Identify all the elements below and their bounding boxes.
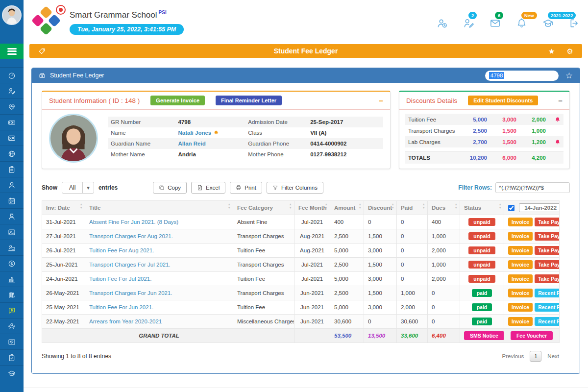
user-avatar[interactable] bbox=[2, 5, 22, 25]
column-header[interactable]: Fee Month▲▼ bbox=[294, 201, 330, 215]
page-number-button[interactable]: 1 bbox=[530, 351, 541, 362]
sidebar-item[interactable] bbox=[0, 98, 24, 114]
header-icon-button[interactable] bbox=[569, 18, 580, 31]
column-header[interactable]: Fee Category▲▼ bbox=[233, 201, 294, 215]
sort-icon[interactable]: ▲▼ bbox=[422, 203, 425, 209]
collapse-button[interactable]: − bbox=[379, 97, 383, 104]
table-tool-button[interactable]: Print bbox=[230, 182, 262, 194]
sort-icon[interactable]: ▲▼ bbox=[80, 203, 83, 209]
payment-button[interactable]: Take Payment bbox=[535, 274, 559, 283]
header-icon-button[interactable]: 2 bbox=[463, 18, 474, 31]
invoice-button[interactable]: Invoice bbox=[508, 303, 533, 312]
sidebar-item[interactable] bbox=[0, 334, 24, 349]
sort-icon[interactable]: ▲▼ bbox=[359, 203, 362, 209]
fee-title-link[interactable]: Transport Charges For Aug 2021. bbox=[89, 233, 173, 239]
sidebar-item[interactable] bbox=[0, 161, 24, 177]
menu-toggle-button[interactable] bbox=[0, 44, 24, 59]
sidebar-item[interactable] bbox=[0, 67, 24, 83]
collapse-button[interactable]: − bbox=[558, 97, 563, 104]
invoice-button[interactable]: Invoice bbox=[508, 274, 533, 283]
header-icon-button[interactable]: 2021-2022 bbox=[542, 18, 554, 31]
sidebar-item[interactable] bbox=[0, 271, 24, 287]
sidebar-item[interactable] bbox=[0, 365, 24, 381]
generate-invoice-button[interactable]: Generate Invoice bbox=[150, 96, 205, 105]
sidebar-item[interactable] bbox=[0, 193, 24, 208]
star-outline-icon[interactable]: ☆ bbox=[565, 72, 573, 80]
filter-rows-input[interactable] bbox=[495, 182, 570, 193]
payment-button[interactable]: Recent Payment bbox=[535, 317, 559, 326]
fee-title-link[interactable]: Arrears from Year 2020-2021 bbox=[89, 318, 162, 324]
school-logo[interactable] bbox=[31, 6, 63, 37]
header-icon-button[interactable]: 6 bbox=[490, 18, 501, 31]
invoice-button[interactable]: Invoice bbox=[508, 317, 533, 326]
sort-icon[interactable]: ▲▼ bbox=[228, 203, 231, 209]
sidebar-item[interactable] bbox=[0, 287, 24, 302]
field-value[interactable]: Andria bbox=[178, 151, 248, 157]
payment-button[interactable]: Recent Payment bbox=[535, 303, 559, 312]
sidebar-item[interactable] bbox=[0, 349, 24, 365]
invoice-button[interactable]: Invoice bbox=[508, 246, 533, 255]
fee-title-link[interactable]: Transport Charges For Jun 2021. bbox=[89, 290, 172, 296]
invoice-button[interactable]: Invoice bbox=[508, 232, 533, 241]
page-size-select[interactable]: All ▾ bbox=[62, 182, 94, 194]
payment-button[interactable]: Take Payment bbox=[535, 246, 559, 255]
sidebar-item[interactable] bbox=[0, 130, 24, 146]
fee-title-link[interactable]: Tuition Fee For Aug 2021. bbox=[89, 247, 154, 253]
date-filter-input[interactable]: 14-Jan-2022 bbox=[519, 203, 559, 212]
sidebar-item[interactable] bbox=[0, 114, 24, 130]
sidebar-item[interactable] bbox=[0, 83, 24, 98]
sort-icon[interactable]: ▲▼ bbox=[289, 203, 292, 209]
bell-solid-icon[interactable] bbox=[546, 139, 561, 145]
previous-page-button[interactable]: Previous bbox=[502, 353, 524, 359]
sort-icon[interactable]: ▲▼ bbox=[499, 203, 502, 209]
sidebar-item[interactable] bbox=[0, 224, 24, 240]
panel-search-input[interactable]: 4798 bbox=[485, 71, 559, 81]
fee-title-link[interactable]: Tuition Fee For Jun 2021. bbox=[89, 304, 153, 310]
column-header[interactable]: Inv: Date▲▼ bbox=[42, 201, 85, 215]
column-header[interactable]: Amount▲▼ bbox=[330, 201, 364, 215]
table-tool-button[interactable]: Filter Columns bbox=[267, 182, 323, 194]
column-header[interactable]: Title▲▼ bbox=[85, 201, 233, 215]
sidebar-item[interactable] bbox=[0, 208, 24, 224]
next-page-button[interactable]: Next bbox=[547, 353, 559, 359]
column-header[interactable]: Paid▲▼ bbox=[397, 201, 428, 215]
fee-title-link[interactable]: Absent Fine For Jun 2021. (8 Days) bbox=[89, 219, 178, 225]
gear-icon[interactable]: ⚙ bbox=[567, 48, 573, 55]
invoice-button[interactable]: Invoice bbox=[508, 289, 533, 297]
edit-discounts-button[interactable]: Edit Student Discounts bbox=[468, 96, 538, 105]
page-title: Student Fee Ledger bbox=[29, 47, 582, 55]
fee-title-link[interactable]: Tuition Fee For Jul 2021. bbox=[89, 276, 151, 282]
header-icon-button[interactable]: New bbox=[516, 18, 527, 31]
invoice-button[interactable]: Invoice bbox=[508, 218, 533, 226]
sort-icon[interactable]: ▲▼ bbox=[325, 203, 328, 209]
payment-button[interactable]: Recent Payment bbox=[535, 289, 559, 297]
payment-button[interactable]: Take Payment bbox=[535, 260, 559, 269]
sort-icon[interactable]: ▲▼ bbox=[392, 203, 394, 209]
sidebar-item[interactable] bbox=[0, 240, 24, 255]
field-value[interactable]: Natali Jones bbox=[178, 130, 248, 136]
final-reminder-button[interactable]: Final Reminder Letter bbox=[216, 96, 282, 105]
column-header[interactable]: Discount▲▼ bbox=[364, 201, 397, 215]
fee-voucher-button[interactable]: Fee Voucher bbox=[511, 331, 553, 340]
header-icon-button[interactable] bbox=[437, 18, 448, 31]
field-value[interactable]: Allan Reid bbox=[178, 141, 248, 147]
bell-solid-icon[interactable] bbox=[546, 117, 561, 122]
sort-icon[interactable]: ▲▼ bbox=[455, 203, 458, 209]
sidebar-item[interactable] bbox=[0, 255, 24, 271]
column-header[interactable]: Status▲▼ bbox=[460, 201, 504, 215]
star-icon[interactable]: ★ bbox=[548, 48, 555, 55]
date-filter-checkbox[interactable] bbox=[508, 205, 514, 211]
fee-title-link[interactable]: Transport Charges For Jul 2021. bbox=[89, 262, 171, 268]
invoice-button[interactable]: Invoice bbox=[508, 260, 533, 269]
payment-button[interactable]: Take Payment bbox=[535, 232, 559, 241]
table-tool-button[interactable]: Copy bbox=[153, 182, 187, 194]
table-tool-button[interactable]: Excel bbox=[191, 182, 225, 194]
column-header[interactable]: Dues▲▼ bbox=[428, 201, 460, 215]
field-value[interactable]: 4798 bbox=[178, 119, 248, 125]
sidebar-item[interactable] bbox=[0, 302, 24, 318]
sidebar-item[interactable] bbox=[0, 318, 24, 334]
sidebar-item[interactable] bbox=[0, 177, 24, 193]
payment-button[interactable]: Take Payment bbox=[535, 218, 559, 226]
sidebar-item[interactable] bbox=[0, 146, 24, 161]
sms-notice-button[interactable]: SMS Notice bbox=[464, 331, 504, 340]
